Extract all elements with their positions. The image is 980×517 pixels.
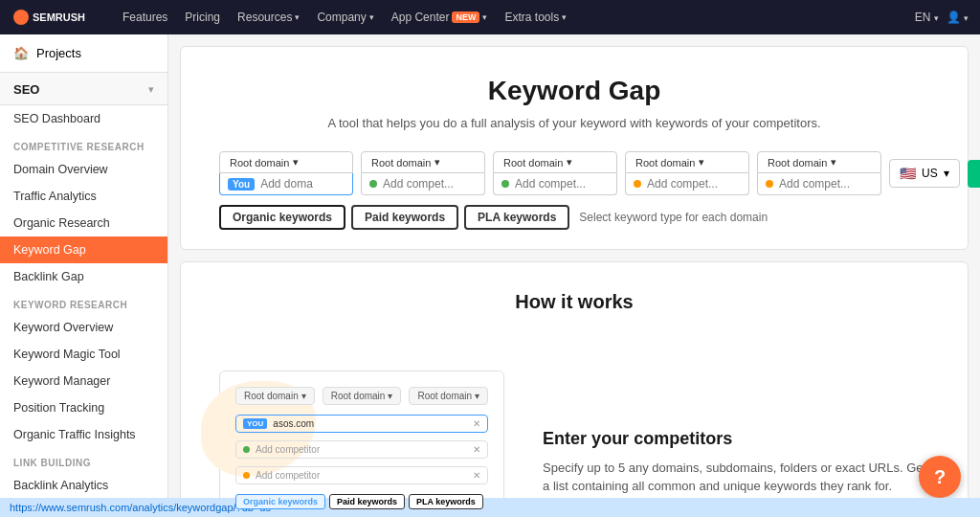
demo-competitor-2: Add competitor ✕ <box>235 466 488 484</box>
demo-add-competitor-2: Add competitor <box>256 470 320 481</box>
country-selector[interactable]: 🇺🇸 US ▾ <box>889 159 960 188</box>
page-subtitle: A tool that helps you do a full analysis… <box>219 116 929 130</box>
dot-icon-3 <box>501 180 509 188</box>
chevron-down-icon: ▾ <box>293 156 299 169</box>
demo-domain-name: asos.com <box>273 418 314 429</box>
sidebar-item-position-tracking[interactable]: Position Tracking <box>0 394 167 421</box>
root-domain-dropdown-5[interactable]: Root domain ▾ <box>757 151 881 173</box>
nav-resources[interactable]: Resources ▾ <box>230 7 307 28</box>
close-icon: ✕ <box>473 444 480 455</box>
tab-pla-keywords[interactable]: PLA keywords <box>464 205 569 230</box>
root-domain-dropdown-3[interactable]: Root domain ▾ <box>493 151 617 173</box>
competitor-input-3[interactable] <box>515 177 591 191</box>
sidebar-projects[interactable]: 🏠 Projects <box>0 34 167 73</box>
page-title: Keyword Gap <box>219 76 929 106</box>
chevron-down-icon: ▾ <box>831 156 836 169</box>
domain-group-5: Root domain ▾ <box>757 151 881 195</box>
enter-competitors-info: Enter your competitors Specify up to 5 a… <box>543 429 929 496</box>
demo-tab-pla: PLA keywords <box>409 494 483 509</box>
enter-competitors-description: Specify up to 5 any domains, subdomains,… <box>543 459 929 496</box>
sidebar-item-traffic-analytics[interactable]: Traffic Analytics <box>0 183 167 210</box>
nav-right: EN ▾ 👤 ▾ <box>915 11 969 24</box>
sidebar-item-domain-overview[interactable]: Domain Overview <box>0 156 167 183</box>
nav-extra-tools[interactable]: Extra tools ▾ <box>497 7 574 28</box>
dot-icon <box>243 472 250 479</box>
root-domain-dropdown-4[interactable]: Root domain ▾ <box>625 151 749 173</box>
demo-root-2: Root domain ▾ <box>323 387 402 405</box>
svg-text:SEMRUSH: SEMRUSH <box>33 11 85 23</box>
domain-input-you: You <box>219 173 353 195</box>
demo-tab-paid: Paid keywords <box>329 494 405 509</box>
chevron-down-icon: ▾ <box>295 12 300 22</box>
dot-icon-2 <box>369 180 377 188</box>
nav-company[interactable]: Company ▾ <box>309 7 381 28</box>
sidebar-item-backlink-analytics[interactable]: Backlink Analytics <box>0 472 167 499</box>
enter-competitors-title: Enter your competitors <box>543 429 929 449</box>
you-label: YOU <box>243 418 267 429</box>
domain-input-3 <box>493 173 617 195</box>
projects-label: Projects <box>36 46 81 60</box>
svg-point-0 <box>13 10 29 25</box>
section-keyword-research: KEYWORD RESEARCH <box>0 290 167 314</box>
chevron-down-icon: ▾ <box>699 156 704 169</box>
chevron-down-icon: ▾ <box>388 391 392 401</box>
sidebar-item-organic-traffic[interactable]: Organic Traffic Insights <box>0 421 167 448</box>
demo-competitor-1: Add competitor ✕ <box>235 440 488 459</box>
user-menu[interactable]: 👤 ▾ <box>947 11 969 24</box>
competitor-input-5[interactable] <box>779 177 856 191</box>
dot-icon <box>243 446 250 453</box>
chevron-down-icon: ▾ <box>434 156 440 169</box>
logo[interactable]: SEMRUSH <box>11 8 98 27</box>
domain-group-3: Root domain ▾ <box>493 151 617 195</box>
root-domain-dropdown-1[interactable]: Root domain ▾ <box>219 151 353 173</box>
demo-card-inner: Root domain ▾ Root domain ▾ Root domain … <box>235 387 488 517</box>
demo-root-3: Root domain ▾ <box>409 387 488 405</box>
sidebar-item-backlink-gap[interactable]: Backlink Gap <box>0 263 167 290</box>
sidebar-item-keyword-gap[interactable]: Keyword Gap <box>0 236 167 263</box>
domain-input-5 <box>757 173 881 195</box>
nav-app-center[interactable]: App Center NEW ▾ <box>384 7 496 28</box>
tab-paid-keywords[interactable]: Paid keywords <box>351 205 458 230</box>
close-icon: ✕ <box>473 418 480 429</box>
home-icon: 🏠 <box>13 46 29 60</box>
domain-input-2 <box>361 173 485 195</box>
dot-icon-5 <box>766 180 773 188</box>
seo-label: SEO <box>13 82 39 97</box>
sidebar-item-keyword-magic[interactable]: Keyword Magic Tool <box>0 341 167 368</box>
nav-features[interactable]: Features <box>115 7 175 28</box>
you-domain-input[interactable] <box>260 177 337 191</box>
domain-input-4 <box>625 173 749 195</box>
chevron-down-icon: ▾ <box>944 167 949 180</box>
section-link-building: LINK BUILDING <box>0 448 167 472</box>
how-content: Root domain ▾ Root domain ▾ Root domain … <box>219 371 929 517</box>
sidebar-item-keyword-manager[interactable]: Keyword Manager <box>0 368 167 394</box>
nav-pricing[interactable]: Pricing <box>177 7 228 28</box>
compare-button[interactable]: Compare <box>968 160 980 188</box>
demo-domain-row: Root domain ▾ Root domain ▾ Root domain … <box>235 387 488 405</box>
how-it-works-section: How it works Root domain ▾ Root domain ▾… <box>180 261 969 517</box>
sidebar-item-dashboard[interactable]: SEO Dashboard <box>0 105 167 132</box>
chevron-down-icon: ▾ <box>934 13 939 23</box>
sidebar-item-organic-research[interactable]: Organic Research <box>0 210 167 236</box>
chevron-down-icon: ▾ <box>369 12 374 22</box>
domain-group-you: Root domain ▾ You <box>219 151 353 195</box>
tab-organic-keywords[interactable]: Organic keywords <box>219 205 345 230</box>
sidebar: 🏠 Projects SEO ▾ SEO Dashboard COMPETITI… <box>0 34 168 517</box>
demo-kw-tabs: Organic keywords Paid keywords PLA keywo… <box>235 494 488 509</box>
demo-card: Root domain ▾ Root domain ▾ Root domain … <box>219 371 504 517</box>
help-button[interactable]: ? <box>919 456 961 498</box>
chevron-down-icon: ▾ <box>482 12 487 22</box>
nav-items: Features Pricing Resources ▾ Company ▾ A… <box>115 7 915 28</box>
domain-group-2: Root domain ▾ <box>361 151 485 195</box>
root-domain-dropdown-2[interactable]: Root domain ▾ <box>361 151 485 173</box>
competitor-input-4[interactable] <box>647 177 724 191</box>
competitor-input-2[interactable] <box>383 177 459 191</box>
sidebar-item-keyword-overview[interactable]: Keyword Overview <box>0 314 167 341</box>
close-icon: ✕ <box>473 470 480 481</box>
chevron-down-icon: ▾ <box>964 13 969 23</box>
lang-selector[interactable]: EN ▾ <box>915 11 939 24</box>
chevron-down-icon: ▾ <box>562 12 567 22</box>
sidebar-seo-header[interactable]: SEO ▾ <box>0 73 167 105</box>
you-badge: You <box>228 178 255 191</box>
how-it-works-title: How it works <box>219 291 929 313</box>
